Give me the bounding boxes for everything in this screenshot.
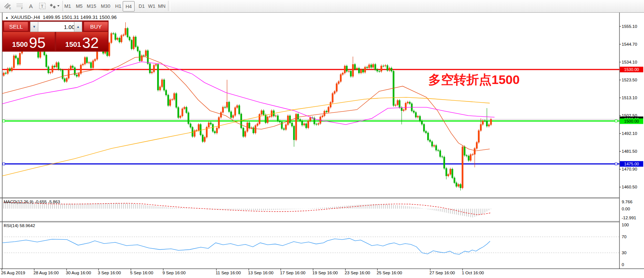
timeframe-button-mn[interactable]: MN [156, 1, 167, 11]
price-tag-resistance-1530: 1530.00 [620, 67, 643, 72]
rsi-axis-label: 100 [622, 223, 629, 227]
volume-increase-button[interactable]: ▲ [74, 22, 82, 32]
sell-price-minor: 95 [29, 35, 46, 50]
time-axis-label: 27 Sep 16:00 [429, 271, 455, 275]
chart-title: ▲XAUUSD-,H4 1499.95 1501.31 1499.31 1500… [5, 14, 117, 20]
svg-text:F: F [21, 7, 23, 10]
price-axis-label: 1460.50 [622, 185, 637, 189]
time-axis-label: 23 Sep 16:00 [345, 271, 370, 275]
ohlc-values: 1499.95 1501.31 1499.31 1500.96 [43, 14, 117, 20]
svg-text:T: T [41, 4, 44, 9]
price-axis-label: 1492.10 [622, 131, 637, 136]
text-tool[interactable]: A [26, 1, 36, 11]
price-axis-label: 1555.10 [622, 24, 637, 29]
sell-button[interactable]: SELL [4, 22, 28, 31]
volume-input[interactable] [38, 22, 77, 32]
macd-axis-label: -12.991 [622, 216, 636, 220]
candlestick-chart[interactable] [0, 13, 644, 278]
rsi-axis-label: 30 [622, 250, 627, 255]
time-axis-label: 26 Aug 2019 [1, 271, 25, 275]
time-axis-label: 3 Sep 16:00 [98, 271, 121, 275]
price-axis-label: 1470.90 [622, 167, 637, 171]
time-axis-label: 9 Sep 16:00 [162, 271, 186, 275]
price-axis-label: 1523.50 [622, 78, 637, 82]
buy-button[interactable]: BUY [84, 22, 108, 31]
time-axis-label: 30 Aug 16:00 [66, 271, 91, 275]
equidistant-channel-tool[interactable]: E [2, 1, 13, 11]
buy-price-major: 1501 [65, 39, 81, 50]
chinese-annotation-text[interactable]: 多空转折点1500 [428, 71, 520, 88]
rsi-indicator-label: RSI(14) 58.9642 [4, 223, 35, 228]
toolbar-separator-2 [168, 1, 171, 11]
one-click-trading-panel: SELL ▼ ▲ BUY 1500 95 1501 32 [2, 20, 109, 52]
time-axis-label: 19 Sep 16:00 [312, 271, 338, 275]
price-axis-label: 1481.50 [622, 149, 637, 153]
text-label-tool[interactable]: T [37, 1, 48, 11]
time-axis-label: 13 Sep 16:00 [248, 271, 273, 275]
mt4-window: E F A T M1M5M15M30H1H4 [0, 0, 644, 278]
price-tag-support-1475: 1475.00 [620, 161, 643, 167]
svg-text:E: E [9, 7, 11, 10]
price-axis-label: 1534.10 [622, 60, 637, 64]
timeframe-button-m15[interactable]: M15 [85, 1, 98, 11]
sell-price-major: 1500 [12, 39, 28, 50]
volume-decrease-button[interactable]: ▼ [30, 22, 38, 32]
time-axis-label: 11 Sep 16:00 [216, 271, 241, 275]
timeframe-button-h4[interactable]: H4 [123, 1, 135, 12]
buy-price-minor: 32 [82, 35, 99, 50]
timeframe-button-w1[interactable]: W1 [146, 1, 157, 11]
time-axis-label: 25 Sep 16:00 [377, 271, 402, 275]
rsi-axis-label: 70 [622, 235, 627, 239]
time-axis-label: 5 Sep 16:00 [130, 271, 153, 275]
price-axis-label: 1544.70 [622, 42, 637, 46]
timeframe-button-m30[interactable]: M30 [99, 1, 112, 11]
fibonacci-tool[interactable]: F [14, 1, 25, 11]
sell-price-box[interactable]: 1500 95 [3, 32, 55, 51]
symbol-label: XAUUSD-,H4 [11, 14, 40, 20]
timeframe-button-m5[interactable]: M5 [74, 1, 85, 11]
price-tag-pivot-1500: 1500.00 [620, 118, 643, 124]
time-axis-label: 28 Aug 16:00 [33, 271, 59, 275]
toolbar: E F A T M1M5M15M30H1H4 [0, 0, 644, 13]
price-axis-label: 1513.10 [622, 96, 637, 100]
macd-axis-label: 0.00 [622, 206, 630, 211]
arrows-tool[interactable] [48, 1, 61, 11]
buy-price-box[interactable]: 1501 32 [56, 32, 108, 51]
macd-indicator-label: MACD(12,26,9) -0.655 -5.863 [4, 200, 60, 204]
timeframe-button-h1[interactable]: H1 [113, 1, 124, 11]
time-axis-label: 17 Sep 16:00 [280, 271, 305, 275]
timeframe-button-m1[interactable]: M1 [62, 1, 73, 11]
collapse-arrow-icon[interactable]: ▲ [5, 16, 9, 19]
chart-window[interactable]: ▲XAUUSD-,H4 1499.95 1501.31 1499.31 1500… [0, 13, 644, 278]
rsi-axis-label: 0 [622, 262, 624, 267]
macd-axis-label: 9.766 [622, 200, 632, 204]
time-axis-label: 1 Oct 16:00 [462, 271, 484, 275]
timeframe-button-d1[interactable]: D1 [136, 1, 147, 11]
